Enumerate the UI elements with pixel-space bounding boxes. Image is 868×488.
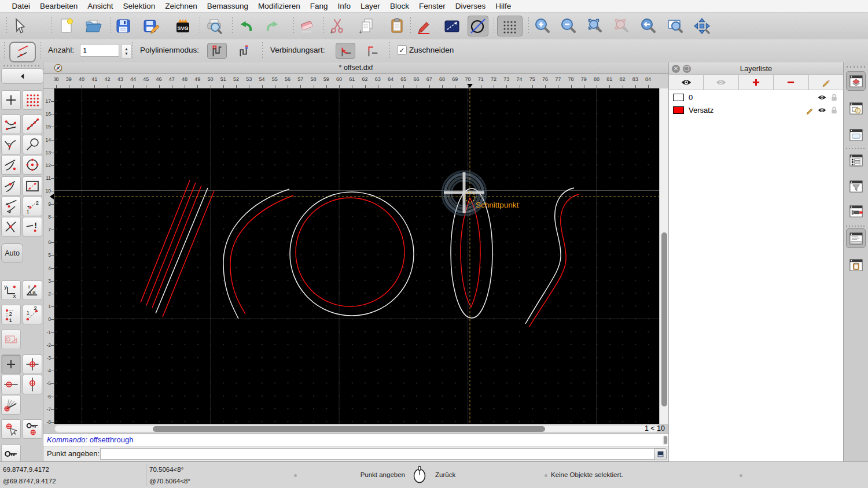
edit-layer-button[interactable] — [809, 75, 843, 90]
snap-perpendicular-button[interactable] — [1, 135, 21, 154]
cut-button[interactable]: + — [327, 16, 348, 36]
layer-lock-icon[interactable] — [830, 93, 838, 102]
connection-corner-button[interactable] — [362, 43, 382, 59]
remove-layer-button[interactable] — [774, 75, 808, 90]
save-as-button[interactable] — [141, 16, 161, 36]
toggle-history-button[interactable] — [654, 448, 667, 460]
relative-zero-key-button[interactable] — [1, 444, 21, 464]
auto-snap-button[interactable]: Auto — [1, 243, 23, 263]
zuschneiden-checkbox[interactable]: ✓ — [397, 45, 407, 55]
layer-list-panel-toggle[interactable] — [846, 71, 866, 91]
zoom-in-button[interactable] — [532, 16, 553, 36]
offset-through-point-tool-button[interactable] — [9, 42, 36, 62]
draw-pencil-button[interactable] — [414, 16, 435, 36]
menu-diverses[interactable]: Diverses — [450, 0, 491, 13]
history-scrollbar-thumb[interactable] — [664, 436, 667, 444]
ellipse-line-tool-button[interactable] — [468, 16, 488, 36]
pan-button[interactable] — [692, 16, 712, 36]
layer-color-swatch[interactable] — [673, 106, 684, 114]
menu-bearbeiten[interactable]: Bearbeiten — [35, 0, 83, 13]
undo-button[interactable] — [235, 16, 256, 36]
horizontal-scrollbar-thumb[interactable] — [153, 426, 545, 432]
layer-row-0[interactable]: 0 — [669, 91, 843, 103]
layer-row-versatz[interactable]: Versatz — [669, 103, 843, 116]
menu-ansicht[interactable]: Ansicht — [83, 0, 118, 13]
show-all-layers-button[interactable] — [669, 75, 704, 90]
view-list-panel-toggle[interactable] — [846, 125, 866, 145]
add-layer-button[interactable] — [739, 75, 774, 90]
snap-tangent-button[interactable] — [23, 135, 42, 154]
restrict-vertical-button[interactable] — [23, 375, 42, 394]
snap-intersection-manual-button[interactable] — [1, 217, 21, 236]
command-input[interactable] — [100, 448, 656, 460]
menu-fang[interactable]: Fang — [305, 0, 333, 13]
snap-grid-button[interactable] — [23, 90, 42, 110]
menu-modifizieren[interactable]: Modifizieren — [253, 0, 306, 13]
paste-button[interactable] — [387, 16, 407, 36]
menu-layer[interactable]: Layer — [356, 0, 385, 13]
anzahl-stepper[interactable]: ▲▼ — [121, 44, 132, 59]
anzahl-input[interactable] — [80, 44, 119, 57]
zoom-window-button[interactable] — [665, 16, 686, 36]
set-relative-zero-button[interactable] — [1, 419, 21, 439]
copy-button[interactable]: + — [356, 16, 377, 36]
history-scrollbar[interactable] — [663, 435, 668, 445]
menu-bemassung[interactable]: Bemassung — [202, 0, 253, 13]
restrict-horizontal-button[interactable] — [1, 375, 21, 394]
layer-lock-icon[interactable] — [830, 106, 838, 114]
open-file-button[interactable] — [83, 16, 104, 36]
zoom-auto-button[interactable] — [584, 16, 605, 36]
snap-distance-button[interactable] — [1, 197, 21, 216]
hide-all-layers-button[interactable] — [704, 75, 738, 90]
svg-export-button[interactable]: SVG — [172, 16, 193, 36]
selection-rectangle-button[interactable] — [442, 16, 462, 36]
coordinate-polar-button[interactable]: ra — [23, 280, 42, 300]
zoom-previous-button[interactable] — [638, 16, 659, 36]
selection-filter-panel-toggle[interactable] — [846, 176, 866, 196]
horizontal-scrollbar[interactable] — [54, 425, 659, 432]
snap-angle-button[interactable] — [1, 395, 21, 415]
coordinate-cartesian-button[interactable]: yx — [1, 280, 21, 300]
flashlight-panel-toggle[interactable] — [846, 201, 866, 221]
polyline-mode-separate-button[interactable] — [234, 43, 253, 59]
restrict-none-button[interactable] — [1, 354, 21, 374]
menu-datei[interactable]: Datei — [7, 0, 35, 13]
grid-toggle-button[interactable] — [497, 16, 523, 36]
lock-relative-zero-button[interactable] — [23, 419, 42, 439]
document-tab-title[interactable]: * offset.dxf — [43, 64, 668, 72]
dimension-disabled-button[interactable] — [1, 330, 21, 349]
layer-edit-pencil-icon[interactable] — [806, 106, 814, 114]
pointer-button[interactable] — [8, 16, 29, 36]
new-document-button[interactable] — [56, 16, 77, 36]
dock-drag-handle[interactable] — [847, 66, 865, 68]
print-preview-button[interactable] — [204, 16, 225, 36]
redo-button[interactable] — [263, 16, 284, 36]
snap-free-button[interactable] — [1, 90, 21, 110]
snap-distance-manual-button[interactable]: 12 — [23, 197, 42, 216]
snap-restrict-button[interactable]: ! — [23, 217, 42, 236]
snap-center-button[interactable] — [23, 155, 42, 175]
command-line-panel-toggle[interactable] — [846, 228, 866, 248]
layer-visible-eye-icon[interactable] — [818, 106, 826, 114]
polyline-mode-continuous-button[interactable] — [207, 43, 227, 59]
coordinate-relative-button[interactable]: 21 — [1, 305, 21, 324]
vertical-scrollbar[interactable] — [659, 88, 668, 424]
snap-intersection-button[interactable] — [1, 155, 21, 175]
palette-drag-handle[interactable] — [3, 65, 39, 66]
coordinate-relative-polar-button[interactable]: 12 — [23, 305, 42, 324]
zoom-selection-button[interactable] — [611, 16, 632, 36]
clipboard-panel-toggle[interactable] — [846, 255, 866, 275]
delete-button[interactable] — [296, 16, 317, 36]
back-button[interactable] — [1, 68, 43, 84]
layer-visible-eye-icon[interactable] — [818, 93, 826, 102]
connection-round-button[interactable] — [336, 43, 355, 59]
zoom-out-button[interactable] — [558, 16, 579, 36]
property-editor-panel-toggle[interactable] — [846, 150, 866, 170]
save-button[interactable] — [113, 16, 134, 36]
menu-info[interactable]: Info — [333, 0, 356, 13]
snap-reference-button[interactable] — [23, 176, 42, 196]
snap-entity-button[interactable] — [1, 176, 21, 196]
layer-color-swatch[interactable] — [673, 94, 684, 101]
block-list-panel-toggle[interactable] — [846, 98, 866, 118]
menu-zeichnen[interactable]: Zeichnen — [160, 0, 203, 13]
